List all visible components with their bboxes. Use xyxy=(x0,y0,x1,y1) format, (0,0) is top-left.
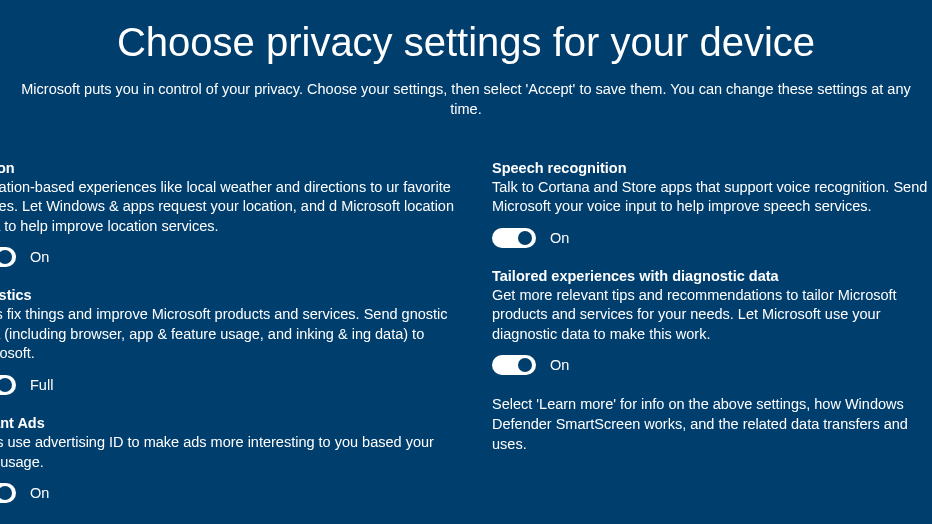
setting-title: Tailored experiences with diagnostic dat… xyxy=(492,268,932,284)
setting-location: cation t location-based experiences like… xyxy=(0,160,462,268)
relevant-ads-toggle[interactable] xyxy=(0,483,16,503)
toggle-label: On xyxy=(30,249,49,265)
toggle-row: On xyxy=(0,483,462,503)
settings-column-right: Speech recognition Talk to Cortana and S… xyxy=(492,160,932,524)
speech-recognition-toggle[interactable] xyxy=(492,228,536,248)
toggle-knob-icon xyxy=(0,486,12,500)
setting-title: levant Ads xyxy=(0,415,462,431)
toggle-knob-icon xyxy=(0,250,12,264)
setting-speech-recognition: Speech recognition Talk to Cortana and S… xyxy=(492,160,932,248)
setting-description: t location-based experiences like local … xyxy=(0,178,462,237)
toggle-label: On xyxy=(550,230,569,246)
toggle-row: Full xyxy=(0,375,462,395)
toggle-knob-icon xyxy=(518,358,532,372)
toggle-label: On xyxy=(30,485,49,501)
setting-title: gnostics xyxy=(0,287,462,303)
setting-description: Get more relevant tips and recommendatio… xyxy=(492,286,932,345)
setting-description: apps use advertising ID to make ads more… xyxy=(0,433,462,472)
toggle-row: On xyxy=(492,355,932,375)
toggle-label: On xyxy=(550,357,569,373)
settings-column-left: cation t location-based experiences like… xyxy=(0,160,462,524)
toggle-row: On xyxy=(492,228,932,248)
settings-columns: cation t location-based experiences like… xyxy=(0,160,932,524)
toggle-label: Full xyxy=(30,377,53,393)
setting-description: Talk to Cortana and Store apps that supp… xyxy=(492,178,932,217)
learn-more-footnote: Select 'Learn more' for info on the abov… xyxy=(492,395,932,454)
tailored-experiences-toggle[interactable] xyxy=(492,355,536,375)
setting-tailored-experiences: Tailored experiences with diagnostic dat… xyxy=(492,268,932,376)
setting-title: cation xyxy=(0,160,462,176)
privacy-settings-page: Choose privacy settings for your device … xyxy=(0,0,932,523)
location-toggle[interactable] xyxy=(0,247,16,267)
setting-description: lp us fix things and improve Microsoft p… xyxy=(0,305,462,364)
setting-title: Speech recognition xyxy=(492,160,932,176)
setting-diagnostics: gnostics lp us fix things and improve Mi… xyxy=(0,287,462,395)
diagnostics-toggle[interactable] xyxy=(0,375,16,395)
page-title: Choose privacy settings for your device xyxy=(0,20,932,65)
toggle-knob-icon xyxy=(518,231,532,245)
page-subtitle: Microsoft puts you in control of your pr… xyxy=(6,79,926,120)
toggle-knob-icon xyxy=(0,378,12,392)
setting-relevant-ads: levant Ads apps use advertising ID to ma… xyxy=(0,415,462,503)
toggle-row: On xyxy=(0,247,462,267)
